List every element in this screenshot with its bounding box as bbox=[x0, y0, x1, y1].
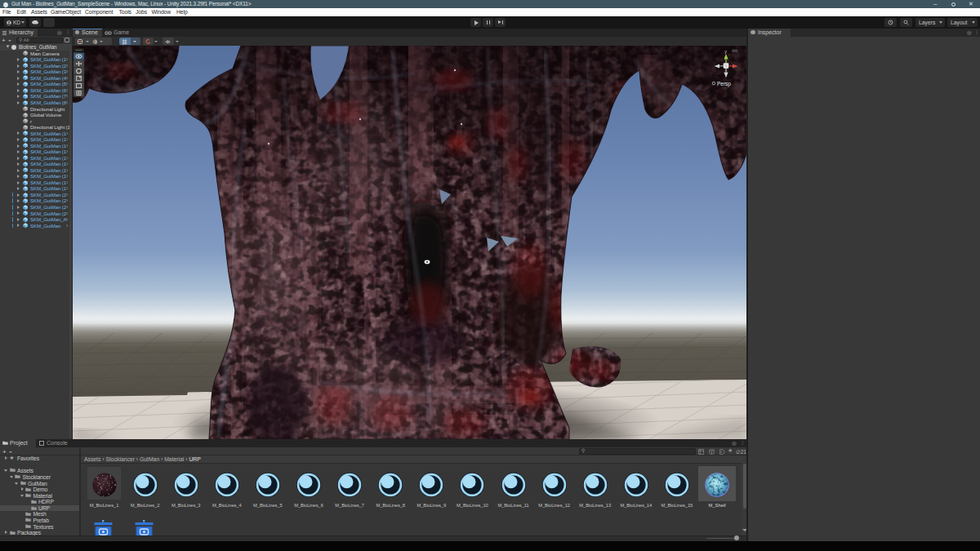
svg-text:Persp: Persp bbox=[717, 81, 731, 87]
svg-text:y: y bbox=[724, 49, 727, 54]
